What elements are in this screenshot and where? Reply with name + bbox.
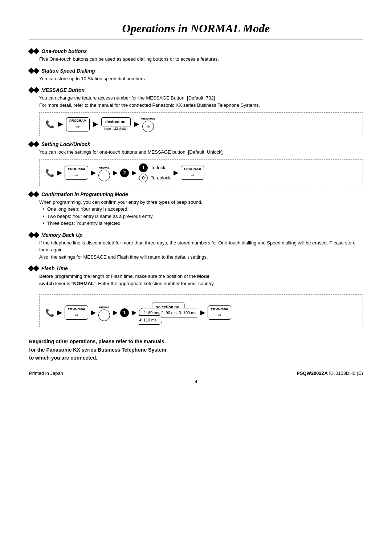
section-body-confirmation: When programming, you can confirm your e… xyxy=(39,199,363,227)
section-title-memory-backup: Memory Back Up xyxy=(41,232,83,238)
footer-right: PSQW2002ZA KK0103DH0 (E) xyxy=(297,370,363,376)
footer-model-bold: PSQW2002ZA xyxy=(297,370,328,376)
section-title-lock: Setting Lock/Unlock xyxy=(41,141,90,147)
to-lock-label: To lock xyxy=(151,164,165,171)
section-message-button: MESSAGE Button You can change the featur… xyxy=(29,87,363,136)
diamond-icon-3 xyxy=(29,88,38,92)
message-body-text: You can change the feature access number… xyxy=(39,95,260,108)
confirmation-bullet-list: One long beep: Your entry is accepted. T… xyxy=(43,206,363,227)
page-number: – 4 – xyxy=(29,379,363,384)
redial-circle: REDIAL xyxy=(98,170,110,181)
options-box: 1: 80 ms, 2: 90 ms, 3: 100 ms,4: 110 ms, xyxy=(139,308,197,325)
program-btn-5: PROGRAM ⇒ xyxy=(208,305,231,320)
section-one-touch: One-touch buttons Five One-touch buttons… xyxy=(29,48,363,63)
section-title-message: MESSAGE Button xyxy=(41,87,85,93)
arrow-10: ▶ xyxy=(91,308,95,317)
section-title-one-touch: One-touch buttons xyxy=(41,48,87,54)
section-flash-time: Flash Time Before programming the length… xyxy=(29,266,363,327)
mode-bold: Modeswitch xyxy=(39,274,209,286)
arrow-5: ▶ xyxy=(91,169,95,177)
diamond-icon-5 xyxy=(29,192,38,197)
arrow-8: ▶ xyxy=(173,169,178,177)
program-arrow-5: ⇒ xyxy=(217,312,221,319)
section-title-station-speed: Station Speed Dialling xyxy=(41,68,95,74)
arrow-11: ▶ xyxy=(113,308,117,317)
phone-icon-2: 📞 xyxy=(45,167,54,178)
num-1-circle: 1 xyxy=(139,163,148,172)
flash-time-diagram: 📞 ▶ PROGRAM ⇒ ▶ REDIAL ▶ 1 ▶ xyxy=(39,294,363,327)
lock-diagram: 📞 ▶ PROGRAM ⇒ ▶ REDIAL ▶ 2 ▶ 1 To xyxy=(39,159,363,186)
section-body-lock: You can lock the settings for one-touch … xyxy=(39,149,363,186)
confirmation-body-text: When programming, you can confirm your e… xyxy=(39,199,202,205)
bullet-1: One long beep: Your entry is accepted. xyxy=(43,206,363,213)
program-label-1: PROGRAM xyxy=(69,118,86,123)
program-label-2: PROGRAM xyxy=(68,167,85,172)
section-body-message: You can change the feature access number… xyxy=(39,94,363,136)
section-title-flash-time: Flash Time xyxy=(41,266,68,271)
program-label-4: PROGRAM xyxy=(68,307,85,312)
memory-backup-text: If the telephone line is disconnected fo… xyxy=(39,240,356,260)
lock-row-1: 1 To lock xyxy=(139,163,171,172)
phone-icon: 📞 xyxy=(45,119,54,130)
footer-model-normal: KK0103DH0 (E) xyxy=(328,370,363,376)
arrow-2: ▶ xyxy=(93,120,98,129)
closing-statement: Regarding other operations, please refer… xyxy=(29,337,363,362)
program-btn-1: PROGRAM ⇒ xyxy=(66,117,90,131)
program-arrow-1: ⇒ xyxy=(76,123,80,130)
program-label-5: PROGRAM xyxy=(211,307,228,312)
section-confirmation: Confirmation in Programming Mode When pr… xyxy=(29,191,363,227)
section-body-one-touch: Five One-touch buttons can be used as sp… xyxy=(39,56,363,63)
bullet-2: Two beeps: Your entry is same as a previ… xyxy=(43,213,363,220)
program-arrow-4: ⇒ xyxy=(74,312,78,319)
program-btn-3: PROGRAM ⇒ xyxy=(181,166,204,180)
diamond-icon-7 xyxy=(29,266,38,271)
section-body-station-speed: You can store up to 10 Station speed dia… xyxy=(39,75,363,82)
desired-no-box: desired no. xyxy=(101,117,131,126)
arrow-12: ▶ xyxy=(132,308,136,317)
lock-group: 1 To lock 0 To unlock xyxy=(139,163,171,182)
footer: Printed in Japan PSQW2002ZA KK0103DH0 (E… xyxy=(29,370,363,376)
program-arrow-3: ⇒ xyxy=(191,172,195,179)
page-title: Operations in NORMAL Mode xyxy=(29,22,363,40)
flash-time-text: Before programming the length of Flash t… xyxy=(39,274,215,286)
arrow-1: ▶ xyxy=(58,120,62,129)
redial-circle-2: REDIAL xyxy=(98,309,110,321)
section-title-confirmation: Confirmation in Programming Mode xyxy=(41,191,128,197)
arrow-6: ▶ xyxy=(113,169,117,177)
section-memory-backup: Memory Back Up If the telephone line is … xyxy=(29,232,363,261)
arrow-13: ▶ xyxy=(200,308,205,317)
arrow-9: ▶ xyxy=(57,308,62,317)
diamond-icon-6 xyxy=(29,233,38,237)
num-1-circle-2: 1 xyxy=(120,308,129,317)
section-body-flash-time: Before programming the length of Flash t… xyxy=(39,273,363,327)
redial-label: REDIAL xyxy=(99,166,110,170)
message-diagram: 📞 ▶ PROGRAM ⇒ ▶ desired no. (max., 22 di… xyxy=(39,112,363,136)
footer-left: Printed in Japan xyxy=(29,370,63,376)
redial-label-2: REDIAL xyxy=(99,305,110,310)
normal-bold: NORMAL xyxy=(73,281,94,286)
arrow-4: ▶ xyxy=(57,169,62,177)
lock-body-text: You can lock the settings for one-touch … xyxy=(39,149,222,155)
section-body-memory-backup: If the telephone line is disconnected fo… xyxy=(39,239,363,261)
message-circle: MESSAGE ✉ xyxy=(142,121,154,132)
section-setting-lock: Setting Lock/Unlock You can lock the set… xyxy=(29,141,363,186)
lock-row-0: 0 To unlock xyxy=(139,174,171,182)
to-unlock-label: To unlock xyxy=(151,174,171,182)
diamond-icon xyxy=(29,49,38,53)
section-station-speed: Station Speed Dialling You can store up … xyxy=(29,68,363,82)
program-btn-2: PROGRAM ⇒ xyxy=(65,166,88,180)
diamond-icon-4 xyxy=(29,142,38,146)
message-circle-label: MESSAGE xyxy=(141,117,155,121)
num-0-circle: 0 xyxy=(139,174,148,182)
max-digits-label: (max., 22 digits) xyxy=(104,126,127,131)
program-label-3: PROGRAM xyxy=(184,167,201,172)
arrow-7: ▶ xyxy=(132,169,136,177)
bullet-3: Three beeps: Your entry is rejected. xyxy=(43,220,363,227)
program-arrow-2: ⇒ xyxy=(74,172,78,179)
program-btn-4: PROGRAM ⇒ xyxy=(65,305,88,320)
closing-text: Regarding other operations, please refer… xyxy=(29,339,166,361)
diamond-icon-2 xyxy=(29,69,38,73)
message-icon-symbol: ✉ xyxy=(147,124,150,129)
arrow-3: ▶ xyxy=(134,120,139,129)
num-2-circle: 2 xyxy=(120,169,129,177)
